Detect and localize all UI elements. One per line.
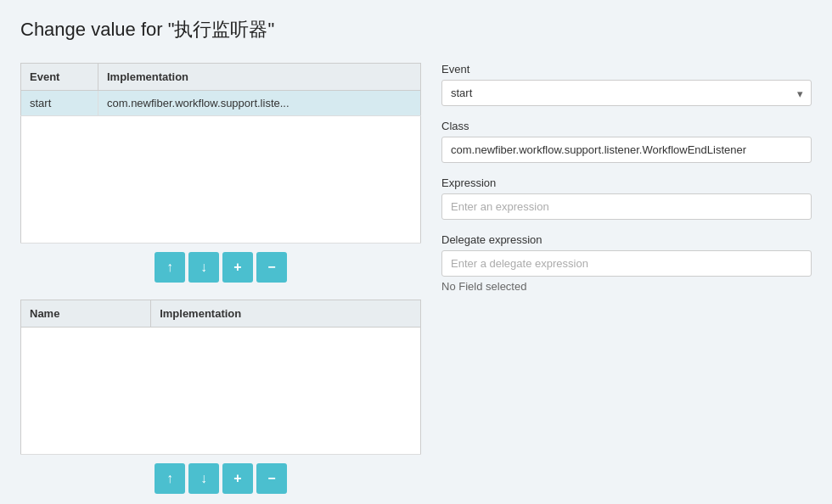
table-row[interactable]: start com.newfiber.workflow.support.list… [21,91,421,116]
delegate-input[interactable] [441,250,812,277]
event-select-wrapper: start end take [441,80,812,106]
top-table: Event Implementation start com.newfiber.… [20,63,421,244]
bottom-add-button[interactable]: + [222,463,253,494]
no-field-text: No Field selected [441,280,812,293]
class-group: Class [441,120,812,163]
class-input[interactable] [441,137,812,163]
top-row-impl: com.newfiber.workflow.support.liste... [98,91,420,116]
delegate-label: Delegate expression [441,233,812,246]
top-add-button[interactable]: + [222,252,253,283]
right-panel: Event start end take Class Expression [441,63,812,494]
top-row-event: start [21,91,98,116]
class-label: Class [441,120,812,132]
bottom-move-up-button[interactable]: ↑ [155,463,185,494]
event-group: Event start end take [441,63,812,106]
expression-input[interactable] [441,193,812,220]
bottom-table-empty [21,328,421,455]
event-label: Event [441,63,812,76]
bottom-table-col-impl: Implementation [151,300,421,328]
bottom-move-down-button[interactable]: ↓ [188,463,219,494]
left-panel: Event Implementation start com.newfiber.… [20,63,421,494]
top-move-up-button[interactable]: ↑ [155,252,185,283]
bottom-table: Name Implementation [20,300,421,455]
table-empty-space [21,116,421,244]
expression-group: Expression [441,176,812,220]
bottom-toolbar: ↑ ↓ + − [20,463,421,494]
bottom-table-col-name: Name [21,300,151,328]
event-select[interactable]: start end take [441,80,812,106]
delegate-group: Delegate expression No Field selected [441,233,812,293]
dialog: Change value for "执行监听器" Event Implement… [0,0,832,504]
top-remove-button[interactable]: − [256,252,287,283]
top-move-down-button[interactable]: ↓ [188,252,219,283]
dialog-title: Change value for "执行监听器" [20,17,812,42]
top-table-col-event: Event [21,64,98,91]
top-table-col-impl: Implementation [98,64,420,91]
bottom-remove-button[interactable]: − [256,463,287,494]
bottom-table-section: Name Implementation ↑ ↓ + − [20,300,421,494]
expression-label: Expression [441,176,812,189]
top-toolbar: ↑ ↓ + − [20,252,421,283]
content-area: Event Implementation start com.newfiber.… [20,63,812,494]
